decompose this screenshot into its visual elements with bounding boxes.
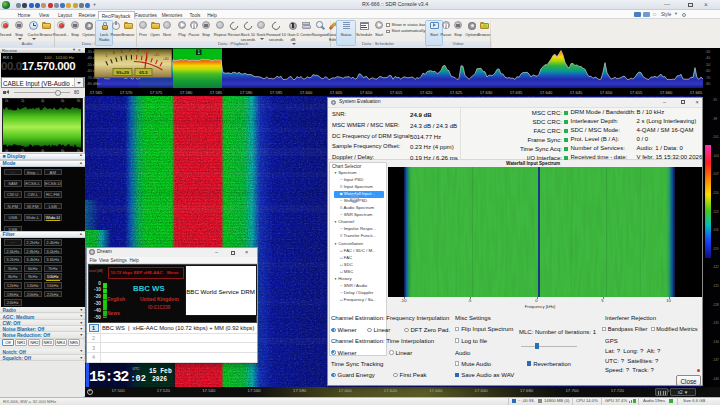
svg-text:17.635: 17.635 [510, 90, 523, 95]
svg-text:65.5: 65.5 [139, 70, 148, 75]
svg-text:-40: -40 [705, 56, 710, 60]
svg-text:8k: 8k [77, 148, 81, 152]
svg-text:0k: 0k [5, 148, 9, 152]
svg-text:8k: 8k [77, 98, 81, 102]
svg-text:17.565: 17.565 [90, 90, 103, 95]
svg-text:0k: 0k [5, 98, 9, 102]
svg-text:17.610: 17.610 [360, 90, 373, 95]
svg-text:1: 1 [105, 54, 107, 58]
svg-text:17.605: 17.605 [330, 90, 343, 95]
svg-text:+60: +60 [163, 57, 169, 61]
svg-text:7: 7 [129, 49, 131, 53]
svg-text:2k: 2k [21, 98, 25, 102]
svg-text:9: 9 [137, 49, 139, 53]
svg-text:17.590: 17.590 [240, 90, 253, 95]
svg-text:6k: 6k [61, 148, 65, 152]
svg-text:4k: 4k [41, 98, 45, 102]
svg-text:17.655: 17.655 [630, 90, 643, 95]
svg-text:17.620: 17.620 [420, 90, 433, 95]
svg-text:S9+29: S9+29 [116, 70, 129, 75]
svg-text:17.595: 17.595 [270, 90, 283, 95]
svg-text:6k: 6k [61, 98, 65, 102]
svg-text:+40: +40 [154, 53, 160, 57]
svg-text:-80 dBm: -80 dBm [87, 82, 101, 86]
svg-text:17.575: 17.575 [150, 90, 163, 95]
svg-text:17.660: 17.660 [660, 90, 673, 95]
svg-text:17.665: 17.665 [690, 90, 703, 95]
svg-text:17.650: 17.650 [600, 90, 613, 95]
svg-text:17.600: 17.600 [300, 90, 313, 95]
svg-text:17.630: 17.630 [480, 90, 493, 95]
svg-text:-50: -50 [705, 63, 710, 67]
svg-text:4k: 4k [41, 148, 45, 152]
svg-text:-80: -80 [705, 82, 710, 86]
svg-text:-60: -60 [705, 69, 710, 73]
svg-text:17.580: 17.580 [180, 90, 193, 95]
svg-text:17.570: 17.570 [120, 90, 133, 95]
svg-text:17.585: 17.585 [210, 90, 223, 95]
svg-text:5: 5 [121, 50, 123, 54]
svg-text:17.615: 17.615 [390, 90, 403, 95]
svg-text:-30: -30 [705, 50, 710, 54]
svg-text:17.625: 17.625 [450, 90, 463, 95]
svg-text:3: 3 [113, 51, 115, 55]
svg-text:17.640: 17.640 [540, 90, 553, 95]
svg-text:-70: -70 [705, 76, 710, 80]
svg-text:2k: 2k [21, 148, 25, 152]
svg-text:17.645: 17.645 [570, 90, 583, 95]
